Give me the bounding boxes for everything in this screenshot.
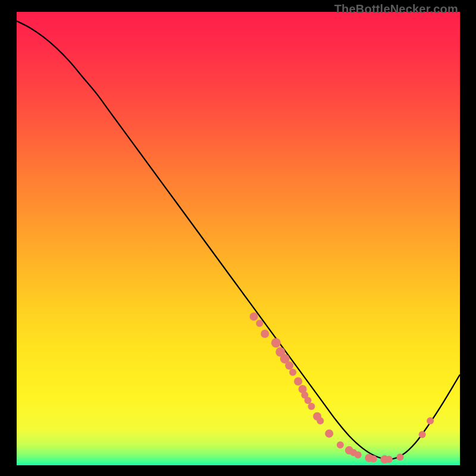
data-point [250, 312, 258, 321]
data-point [419, 431, 426, 438]
data-point [294, 377, 302, 386]
data-point [256, 320, 263, 327]
data-point [355, 451, 362, 458]
chart-background-gradient [17, 12, 460, 465]
data-point [337, 441, 344, 449]
chart-svg [17, 12, 460, 465]
watermark-text: TheBottleNecker.com [334, 2, 458, 16]
data-point [427, 417, 434, 424]
data-point [261, 330, 269, 338]
data-point [308, 403, 315, 410]
data-point [289, 369, 296, 376]
chart-plot-area [17, 12, 460, 465]
data-point [325, 430, 333, 438]
data-point [271, 338, 281, 347]
data-point [317, 417, 324, 424]
data-point [370, 455, 377, 462]
data-point [396, 453, 403, 461]
data-point [386, 456, 393, 463]
data-point [285, 361, 293, 369]
